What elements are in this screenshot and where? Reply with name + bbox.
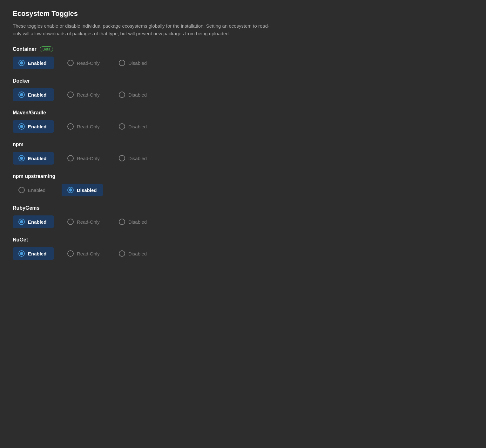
radio-circle-npm-upstreaming-disabled — [67, 187, 74, 193]
toggle-option-npm-read-only[interactable]: Read-Only — [62, 152, 105, 165]
ecosystem-name-rubygems: RubyGems — [13, 205, 39, 211]
radio-circle-docker-read-only — [67, 92, 74, 98]
toggle-option-container-enabled[interactable]: Enabled — [13, 57, 54, 69]
ecosystem-section-npm-upstreaming: npm upstreamingEnabledDisabled — [13, 173, 473, 196]
ecosystem-section-rubygems: RubyGemsEnabledRead-OnlyDisabled — [13, 205, 473, 228]
toggle-option-maven-disabled[interactable]: Disabled — [113, 120, 154, 133]
ecosystem-name-npm: npm — [13, 142, 24, 147]
ecosystems-container: ContainerBetaEnabledRead-OnlyDisabledDoc… — [13, 46, 473, 260]
radio-circle-container-enabled — [18, 60, 25, 66]
toggle-label-rubygems-disabled: Disabled — [128, 219, 147, 225]
toggle-label-npm-read-only: Read-Only — [77, 156, 100, 161]
radio-circle-npm-disabled — [119, 155, 125, 161]
toggle-label-nuget-disabled: Disabled — [128, 251, 147, 256]
radio-circle-container-disabled — [119, 60, 125, 66]
radio-circle-maven-disabled — [119, 123, 125, 130]
radio-circle-rubygems-enabled — [18, 219, 25, 225]
ecosystem-label-docker: Docker — [13, 78, 473, 84]
toggle-label-container-disabled: Disabled — [128, 60, 147, 66]
radio-circle-nuget-read-only — [67, 250, 74, 257]
ecosystem-name-docker: Docker — [13, 78, 30, 84]
ecosystem-section-container: ContainerBetaEnabledRead-OnlyDisabled — [13, 46, 473, 69]
toggle-label-docker-read-only: Read-Only — [77, 92, 100, 98]
toggle-option-container-read-only[interactable]: Read-Only — [62, 57, 105, 69]
toggle-label-rubygems-read-only: Read-Only — [77, 219, 100, 225]
radio-circle-nuget-enabled — [18, 250, 25, 257]
page-description: These toggles enable or disable individu… — [13, 22, 273, 37]
toggle-group-npm: EnabledRead-OnlyDisabled — [13, 152, 473, 165]
toggle-label-nuget-enabled: Enabled — [28, 251, 46, 256]
ecosystem-section-nuget: NuGetEnabledRead-OnlyDisabled — [13, 237, 473, 260]
ecosystem-name-nuget: NuGet — [13, 237, 28, 243]
toggle-option-npm-enabled[interactable]: Enabled — [13, 152, 54, 165]
toggle-option-docker-disabled[interactable]: Disabled — [113, 88, 154, 101]
toggle-option-maven-read-only[interactable]: Read-Only — [62, 120, 105, 133]
toggle-group-container: EnabledRead-OnlyDisabled — [13, 57, 473, 69]
toggle-label-npm-disabled: Disabled — [128, 156, 147, 161]
toggle-label-npm-upstreaming-enabled: Enabled — [28, 187, 45, 193]
toggle-group-npm-upstreaming: EnabledDisabled — [13, 184, 473, 196]
radio-circle-maven-enabled — [18, 123, 25, 130]
toggle-group-nuget: EnabledRead-OnlyDisabled — [13, 247, 473, 260]
page-title: Ecosystem Toggles — [13, 10, 473, 18]
toggle-option-container-disabled[interactable]: Disabled — [113, 57, 154, 69]
radio-circle-rubygems-read-only — [67, 219, 74, 225]
toggle-option-npm-upstreaming-disabled[interactable]: Disabled — [62, 184, 103, 196]
toggle-label-maven-read-only: Read-Only — [77, 124, 100, 129]
toggle-option-rubygems-disabled[interactable]: Disabled — [113, 215, 154, 228]
toggle-label-maven-disabled: Disabled — [128, 124, 147, 129]
radio-circle-nuget-disabled — [119, 250, 125, 257]
toggle-option-docker-read-only[interactable]: Read-Only — [62, 88, 105, 101]
ecosystem-label-container: ContainerBeta — [13, 46, 473, 52]
radio-circle-docker-disabled — [119, 92, 125, 98]
toggle-group-docker: EnabledRead-OnlyDisabled — [13, 88, 473, 101]
toggle-option-maven-enabled[interactable]: Enabled — [13, 120, 54, 133]
toggle-label-nuget-read-only: Read-Only — [77, 251, 100, 256]
toggle-label-npm-enabled: Enabled — [28, 156, 46, 161]
toggle-group-maven: EnabledRead-OnlyDisabled — [13, 120, 473, 133]
toggle-label-container-enabled: Enabled — [28, 60, 46, 66]
beta-badge: Beta — [40, 46, 53, 52]
ecosystem-name-container: Container — [13, 46, 37, 52]
toggle-label-docker-enabled: Enabled — [28, 92, 46, 98]
ecosystem-label-nuget: NuGet — [13, 237, 473, 243]
ecosystem-name-maven: Maven/Gradle — [13, 110, 46, 116]
radio-circle-npm-read-only — [67, 155, 74, 161]
toggle-option-rubygems-read-only[interactable]: Read-Only — [62, 215, 105, 228]
toggle-label-npm-upstreaming-disabled: Disabled — [77, 187, 97, 193]
radio-circle-maven-read-only — [67, 123, 74, 130]
ecosystem-label-maven: Maven/Gradle — [13, 110, 473, 116]
toggle-label-rubygems-enabled: Enabled — [28, 219, 46, 225]
toggle-group-rubygems: EnabledRead-OnlyDisabled — [13, 215, 473, 228]
radio-circle-npm-upstreaming-enabled — [18, 187, 25, 193]
ecosystem-name-npm-upstreaming: npm upstreaming — [13, 173, 55, 179]
ecosystem-section-docker: DockerEnabledRead-OnlyDisabled — [13, 78, 473, 101]
toggle-label-container-read-only: Read-Only — [77, 60, 100, 66]
ecosystem-label-npm-upstreaming: npm upstreaming — [13, 173, 473, 179]
toggle-option-docker-enabled[interactable]: Enabled — [13, 88, 54, 101]
toggle-label-docker-disabled: Disabled — [128, 92, 147, 98]
toggle-option-npm-disabled[interactable]: Disabled — [113, 152, 154, 165]
ecosystem-section-npm: npmEnabledRead-OnlyDisabled — [13, 142, 473, 165]
toggle-option-nuget-disabled[interactable]: Disabled — [113, 247, 154, 260]
toggle-option-rubygems-enabled[interactable]: Enabled — [13, 215, 54, 228]
toggle-option-nuget-read-only[interactable]: Read-Only — [62, 247, 105, 260]
radio-circle-docker-enabled — [18, 92, 25, 98]
toggle-option-nuget-enabled[interactable]: Enabled — [13, 247, 54, 260]
ecosystem-label-rubygems: RubyGems — [13, 205, 473, 211]
radio-circle-rubygems-disabled — [119, 219, 125, 225]
toggle-option-npm-upstreaming-enabled[interactable]: Enabled — [13, 184, 54, 196]
radio-circle-npm-enabled — [18, 155, 25, 161]
ecosystem-label-npm: npm — [13, 142, 473, 147]
toggle-label-maven-enabled: Enabled — [28, 124, 46, 129]
ecosystem-section-maven: Maven/GradleEnabledRead-OnlyDisabled — [13, 110, 473, 133]
radio-circle-container-read-only — [67, 60, 74, 66]
